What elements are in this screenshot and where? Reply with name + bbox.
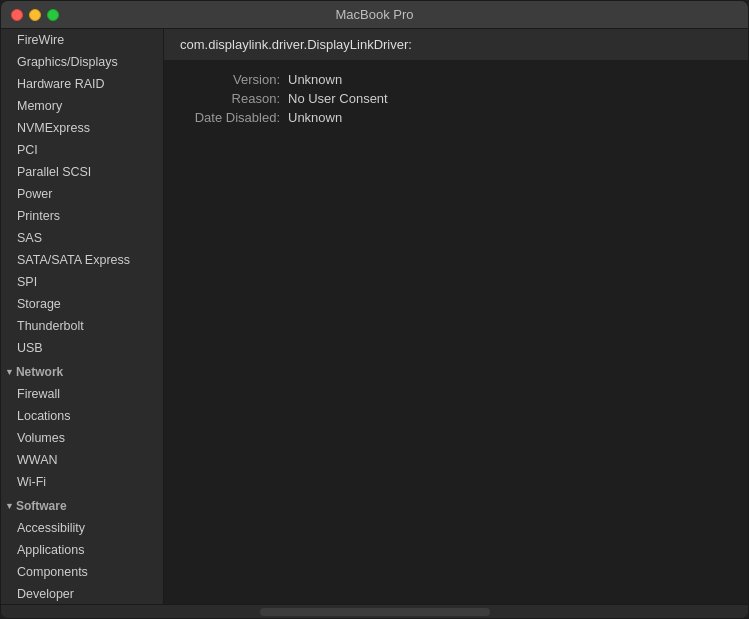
sidebar-item-thunderbolt[interactable]: Thunderbolt	[1, 315, 163, 337]
sidebar-item-spi[interactable]: SPI	[1, 271, 163, 293]
network-category-label: Network	[16, 363, 63, 381]
sidebar[interactable]: FireWire Graphics/Displays Hardware RAID…	[1, 29, 164, 604]
version-label: Version:	[180, 72, 280, 87]
software-category-label: Software	[16, 497, 67, 515]
network-arrow: ▼	[5, 363, 14, 381]
sidebar-item-sata[interactable]: SATA/SATA Express	[1, 249, 163, 271]
detail-row-date-disabled: Date Disabled: Unknown	[180, 110, 732, 125]
date-disabled-label: Date Disabled:	[180, 110, 280, 125]
sidebar-item-parallel-scsi[interactable]: Parallel SCSI	[1, 161, 163, 183]
sidebar-item-volumes[interactable]: Volumes	[1, 427, 163, 449]
sidebar-item-storage[interactable]: Storage	[1, 293, 163, 315]
sidebar-item-pci[interactable]: PCI	[1, 139, 163, 161]
detail-row-version: Version: Unknown	[180, 72, 732, 87]
date-disabled-value: Unknown	[288, 110, 342, 125]
traffic-lights	[11, 9, 59, 21]
window-title: MacBook Pro	[335, 7, 413, 22]
title-bar: MacBook Pro	[1, 1, 748, 29]
sidebar-item-nvmexpress[interactable]: NVMExpress	[1, 117, 163, 139]
sidebar-item-accessibility[interactable]: Accessibility	[1, 517, 163, 539]
minimize-button[interactable]	[29, 9, 41, 21]
bottom-bar	[1, 604, 748, 618]
sidebar-item-wi-fi[interactable]: Wi-Fi	[1, 471, 163, 493]
sidebar-item-firewall[interactable]: Firewall	[1, 383, 163, 405]
version-value: Unknown	[288, 72, 342, 87]
detail-header-title: com.displaylink.driver.DisplayLinkDriver…	[180, 37, 412, 52]
sidebar-item-power[interactable]: Power	[1, 183, 163, 205]
sidebar-item-graphics-displays[interactable]: Graphics/Displays	[1, 51, 163, 73]
category-software[interactable]: ▼ Software	[1, 493, 163, 517]
category-network[interactable]: ▼ Network	[1, 359, 163, 383]
sidebar-item-components[interactable]: Components	[1, 561, 163, 583]
detail-header: com.displaylink.driver.DisplayLinkDriver…	[164, 29, 748, 60]
sidebar-item-sas[interactable]: SAS	[1, 227, 163, 249]
detail-row-reason: Reason: No User Consent	[180, 91, 732, 106]
sidebar-item-applications[interactable]: Applications	[1, 539, 163, 561]
reason-label: Reason:	[180, 91, 280, 106]
sidebar-item-usb[interactable]: USB	[1, 337, 163, 359]
sidebar-item-hardware-raid[interactable]: Hardware RAID	[1, 73, 163, 95]
detail-fields: Version: Unknown Reason: No User Consent…	[164, 68, 748, 133]
main-window: MacBook Pro FireWire Graphics/Displays H…	[0, 0, 749, 619]
sidebar-item-developer[interactable]: Developer	[1, 583, 163, 604]
sidebar-item-memory[interactable]: Memory	[1, 95, 163, 117]
software-arrow: ▼	[5, 497, 14, 515]
close-button[interactable]	[11, 9, 23, 21]
horizontal-scrollbar[interactable]	[260, 608, 490, 616]
sidebar-item-firewire[interactable]: FireWire	[1, 29, 163, 51]
reason-value: No User Consent	[288, 91, 388, 106]
sidebar-item-locations[interactable]: Locations	[1, 405, 163, 427]
sidebar-item-wwan[interactable]: WWAN	[1, 449, 163, 471]
maximize-button[interactable]	[47, 9, 59, 21]
sidebar-item-printers[interactable]: Printers	[1, 205, 163, 227]
detail-pane: com.displaylink.driver.DisplayLinkDriver…	[164, 29, 748, 604]
main-content: FireWire Graphics/Displays Hardware RAID…	[1, 29, 748, 604]
